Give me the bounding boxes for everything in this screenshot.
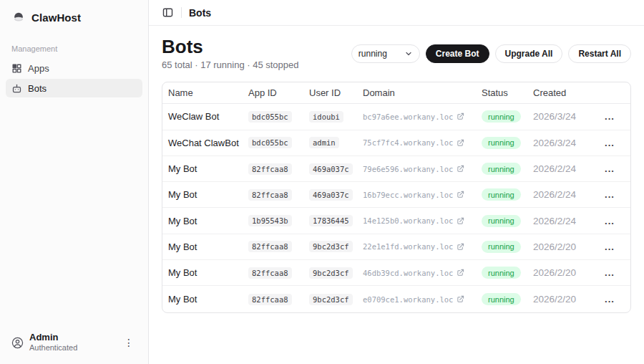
external-link-icon[interactable] — [457, 295, 464, 303]
create-bot-button[interactable]: Create Bot — [426, 44, 489, 63]
external-link-icon[interactable] — [457, 112, 464, 120]
upgrade-all-button[interactable]: Upgrade All — [495, 44, 563, 63]
app-id-value: 1b95543b — [248, 215, 292, 226]
external-link-icon[interactable] — [457, 217, 464, 225]
actions-cell: ... — [595, 215, 625, 227]
status-filter-select[interactable]: running — [351, 44, 420, 63]
status-cell: running — [482, 163, 533, 175]
page-head: Bots 65 total · 17 running · 45 stopped … — [162, 37, 631, 70]
table-row[interactable]: WeChat ClawBot bdc055bc admin 75cf7fc4.w… — [162, 130, 630, 156]
column-header-status: Status — [482, 87, 533, 98]
created-date: 2026/3/24 — [533, 111, 595, 122]
app-id-value: bdc055bc — [248, 137, 292, 148]
actions-cell: ... — [595, 110, 625, 123]
external-link-icon[interactable] — [457, 243, 464, 251]
actions-cell: ... — [595, 241, 625, 253]
user-name: Admin — [29, 332, 115, 343]
row-actions-ellipsis-icon[interactable]: ... — [602, 241, 618, 253]
created-date: 2026/2/20 — [533, 241, 595, 252]
sidebar-section-label: Management — [6, 44, 142, 53]
user-id-value: 9bc2d3cf — [309, 241, 353, 252]
domain-cell: 16b79ecc.workany.loc — [363, 191, 482, 199]
external-link-icon[interactable] — [457, 165, 464, 173]
external-link-icon[interactable] — [457, 191, 464, 198]
external-link-icon[interactable] — [457, 269, 464, 277]
created-date: 2026/2/20 — [533, 267, 595, 278]
row-actions-ellipsis-icon[interactable]: ... — [602, 267, 618, 279]
table-row[interactable]: My Bot 82ffcaa8 469a037c 79e6e596.workan… — [162, 156, 630, 182]
bot-name: My Bot — [168, 163, 248, 174]
domain-cell: 22e1e1fd.workany.loc — [363, 242, 482, 251]
domain-value: 46db39cd.workany.loc — [363, 269, 453, 277]
sidebar-toggle-icon[interactable] — [162, 6, 174, 19]
app-id-cell: 82ffcaa8 — [248, 163, 309, 175]
table-row[interactable]: My Bot 1b95543b 17836445 14e125b0.workan… — [162, 208, 630, 234]
domain-cell: e0709ce1.workany.loc — [363, 295, 482, 304]
user-menu-kebab-icon[interactable]: ⋮ — [121, 337, 137, 348]
created-date: 2026/3/24 — [533, 138, 595, 148]
domain-value: 16b79ecc.workany.loc — [363, 191, 453, 199]
column-header-created: Created — [533, 87, 595, 98]
sidebar-spacer — [6, 99, 142, 328]
table-row[interactable]: My Bot 82ffcaa8 9bc2d3cf e0709ce1.workan… — [162, 286, 630, 312]
row-actions-ellipsis-icon[interactable]: ... — [602, 110, 618, 123]
main-area: Bots Bots 65 total · 17 running · 45 sto… — [149, 0, 644, 364]
bot-icon — [11, 83, 22, 94]
topbar: Bots — [149, 0, 644, 26]
brand-name: ClawHost — [31, 11, 81, 24]
bot-name: WeChat ClawBot — [168, 138, 248, 148]
domain-cell: 46db39cd.workany.loc — [363, 269, 482, 277]
actions-cell: ... — [595, 188, 625, 201]
user-id-value: 17836445 — [309, 215, 353, 226]
domain-value: e0709ce1.workany.loc — [363, 295, 453, 304]
user-id-value: 9bc2d3cf — [309, 294, 353, 305]
app-id-cell: 82ffcaa8 — [248, 241, 309, 252]
row-actions-ellipsis-icon[interactable]: ... — [602, 163, 618, 175]
table-row[interactable]: My Bot 82ffcaa8 9bc2d3cf 46db39cd.workan… — [162, 260, 630, 286]
domain-value: bc97a6ee.workany.loc — [363, 112, 453, 121]
actions-cell: ... — [595, 163, 625, 175]
sidebar-item-apps[interactable]: Apps — [6, 59, 142, 77]
bots-table: Name App ID User ID Domain Status Create… — [162, 82, 631, 312]
domain-value: 75cf7fc4.workany.loc — [363, 138, 453, 147]
app-id-cell: bdc055bc — [248, 137, 309, 148]
breadcrumb: Bots — [189, 7, 211, 19]
domain-cell: 75cf7fc4.workany.loc — [363, 138, 482, 147]
domain-value: 22e1e1fd.workany.loc — [363, 242, 453, 251]
status-cell: running — [482, 137, 533, 149]
bot-name: My Bot — [168, 241, 248, 252]
bot-name: My Bot — [168, 189, 248, 200]
chevron-down-icon — [404, 49, 413, 58]
row-actions-ellipsis-icon[interactable]: ... — [602, 188, 618, 201]
app-id-cell: 82ffcaa8 — [248, 189, 309, 201]
created-date: 2026/2/24 — [533, 216, 595, 226]
created-date: 2026/2/24 — [533, 189, 595, 200]
app-id-cell: bdc055bc — [248, 111, 309, 123]
domain-value: 79e6e596.workany.loc — [363, 165, 453, 173]
table-row[interactable]: WeClaw Bot bdc055bc idoubi bc97a6ee.work… — [162, 104, 630, 130]
external-link-icon[interactable] — [457, 139, 464, 147]
user-id-cell: 9bc2d3cf — [309, 294, 363, 305]
table-row[interactable]: My Bot 82ffcaa8 9bc2d3cf 22e1e1fd.workan… — [162, 234, 630, 260]
app-id-value: 82ffcaa8 — [248, 267, 292, 279]
restart-all-button[interactable]: Restart All — [568, 44, 631, 63]
row-actions-ellipsis-icon[interactable]: ... — [602, 137, 618, 149]
status-badge: running — [482, 137, 521, 149]
page-title-block: Bots 65 total · 17 running · 45 stopped — [162, 37, 299, 70]
row-actions-ellipsis-icon[interactable]: ... — [602, 293, 618, 305]
created-date: 2026/2/24 — [533, 163, 595, 174]
status-badge: running — [482, 215, 521, 227]
bot-name: My Bot — [168, 294, 248, 305]
row-actions-ellipsis-icon[interactable]: ... — [602, 215, 618, 227]
user-section[interactable]: Admin Authenticated ⋮ — [6, 328, 142, 357]
user-id-value: 469a037c — [309, 163, 353, 175]
app-id-value: 82ffcaa8 — [248, 241, 292, 252]
sidebar-item-bots[interactable]: Bots — [6, 79, 142, 97]
table-row[interactable]: My Bot 82ffcaa8 469a037c 16b79ecc.workan… — [162, 182, 630, 208]
status-filter-value: running — [358, 49, 387, 59]
user-id-cell: 9bc2d3cf — [309, 241, 363, 252]
domain-cell: 79e6e596.workany.loc — [363, 165, 482, 173]
table-body: WeClaw Bot bdc055bc idoubi bc97a6ee.work… — [162, 104, 630, 312]
column-header-app-id: App ID — [248, 87, 309, 98]
bot-name: My Bot — [168, 216, 248, 226]
